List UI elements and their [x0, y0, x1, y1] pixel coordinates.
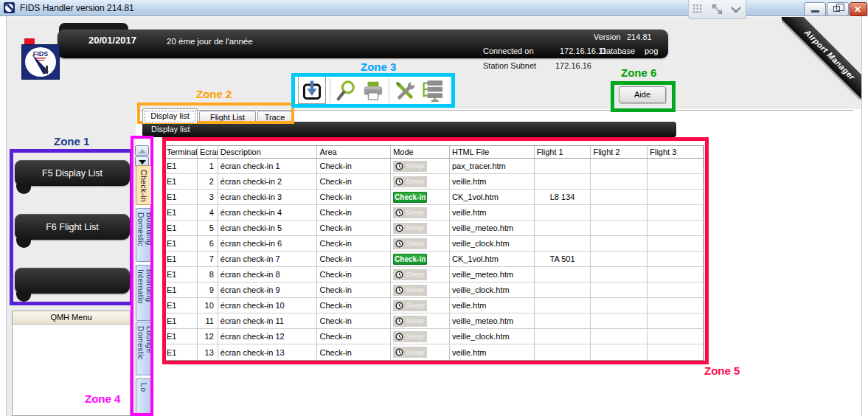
- table-row-ecran-5[interactable]: E15écran checki-in 5Check-inSleepveille_…: [164, 221, 704, 236]
- cell-flight2: [591, 205, 647, 220]
- cell-area: Check-in: [317, 329, 391, 344]
- restore-icon: [833, 6, 840, 12]
- cell-mode: Sleep: [391, 344, 450, 360]
- cell-flight1: [535, 205, 591, 220]
- minimize-button[interactable]: [804, 2, 826, 16]
- sleep-badge-label: Sleep: [406, 205, 424, 220]
- table-row-ecran-13[interactable]: E113écran check-in 13Check-inSleepveille…: [164, 344, 704, 360]
- column-header-html-file[interactable]: HTML File: [450, 146, 535, 158]
- cell-mode: Sleep: [391, 159, 450, 173]
- cell-terminal: E1: [164, 221, 198, 235]
- table-row-ecran-11[interactable]: E111écran check-in 11Check-inSleepveille…: [164, 313, 704, 329]
- search-icon: [335, 80, 357, 102]
- arrow-up-icon: [139, 149, 146, 153]
- cell-terminal: E1: [164, 298, 198, 313]
- station-subnet-value: 172.16.16: [555, 61, 591, 70]
- table-row-ecran-1[interactable]: E11écran check-in 1Check-inSleeppax_trac…: [164, 159, 704, 174]
- table-row-ecran-2[interactable]: E12écran checki-in 2Check-inSleepveille.…: [164, 174, 704, 190]
- cell-mode: Check-in: [391, 252, 450, 266]
- sleep-mode-badge: Sleep: [393, 300, 427, 311]
- cell-flight2: [591, 344, 647, 360]
- column-header-flight-2[interactable]: Flight 2: [591, 146, 647, 158]
- cell-terminal: E1: [164, 236, 198, 251]
- zone-5-label: Zone 5: [704, 364, 740, 377]
- minimize-icon: [811, 10, 819, 13]
- column-header-ecran[interactable]: Ecran: [198, 146, 218, 158]
- table-row-ecran-4[interactable]: E14écran checki-in 4Check-inSleepveille.…: [164, 205, 704, 221]
- cell-html_file: veille.htm: [450, 205, 535, 220]
- table-row-ecran-8[interactable]: E18écran check-in 8Check-inSleepveille_m…: [164, 267, 704, 282]
- cell-ecran: 2: [198, 174, 218, 189]
- cell-flight1: [535, 267, 591, 282]
- cell-flight2: [591, 159, 647, 173]
- cell-mode: Check-in: [391, 190, 450, 204]
- cell-flight3: [647, 267, 704, 282]
- close-button[interactable]: ✕: [850, 2, 867, 16]
- grid-handle-icon[interactable]: [692, 4, 704, 15]
- fids-logo: FIDS: [21, 44, 60, 80]
- table-row-ecran-7[interactable]: E17écran check-in 7Check-inCheck-inCK_1v…: [164, 252, 704, 267]
- sidebar-button-blank[interactable]: [15, 268, 130, 294]
- help-button[interactable]: Aide: [619, 86, 666, 103]
- vertical-tab-boarding-domestic[interactable]: Boarding Domestic: [136, 208, 151, 262]
- version-label: Version: [594, 32, 621, 41]
- cell-area: Check-in: [317, 267, 391, 282]
- station-subnet-label: Station Subnet: [483, 61, 536, 70]
- vertical-tab-label: Boarding Domestic: [136, 212, 154, 261]
- tab-label: Trace: [265, 113, 285, 122]
- cell-flight3: [647, 159, 704, 173]
- column-header-area[interactable]: Area: [317, 146, 391, 158]
- capture-overlay-toolbar: [688, 0, 746, 19]
- connected-label: Connected on: [483, 46, 534, 55]
- vertical-tabs-scroll-up[interactable]: [135, 145, 149, 156]
- cell-description: écran check-in 12: [218, 329, 318, 344]
- column-header-mode[interactable]: Mode: [391, 146, 450, 158]
- sleep-mode-badge: Sleep: [393, 331, 427, 342]
- table-row-ecran-6[interactable]: E16écran checki-in 6Check-inSleepveille_…: [164, 236, 704, 252]
- search-button[interactable]: [333, 78, 358, 103]
- current-date: 20/01/2017: [88, 35, 136, 46]
- column-header-description[interactable]: Description: [218, 146, 318, 158]
- cell-flight1: [535, 159, 591, 173]
- sidebar-button-f6-flight-list[interactable]: F6 Flight List: [15, 214, 130, 240]
- table-row-ecran-12[interactable]: E112écran check-in 12Check-inSleepveille…: [164, 329, 704, 344]
- cell-terminal: E1: [164, 190, 198, 204]
- column-header-terminal[interactable]: Terminal: [164, 146, 198, 158]
- ribbon-container: Airport Manager: [782, 17, 861, 100]
- column-header-flight-1[interactable]: Flight 1: [535, 146, 591, 158]
- expand-icon[interactable]: [711, 3, 723, 15]
- import-button[interactable]: [298, 76, 326, 104]
- servers-button[interactable]: [419, 78, 444, 103]
- table-row-ecran-3[interactable]: E13écran checki-in 3Check-inCheck-inCK_1…: [164, 190, 704, 205]
- cell-flight2: [591, 221, 647, 235]
- tab-display-list[interactable]: Display list: [142, 108, 198, 123]
- cell-area: Check-in: [317, 174, 391, 189]
- day-of-year: 20 ème jour de l'année: [167, 37, 253, 46]
- tools-button[interactable]: [392, 78, 417, 103]
- restore-button[interactable]: [827, 2, 849, 16]
- clock-icon: [395, 178, 403, 186]
- cell-area: Check-in: [317, 282, 391, 297]
- vertical-tab-check-in[interactable]: Check-in: [136, 165, 151, 205]
- clock-icon: [395, 224, 403, 232]
- vertical-tab-boarding-internatio[interactable]: Boarding Internatio: [136, 265, 151, 321]
- cell-flight3: [647, 190, 704, 204]
- column-header-flight-3[interactable]: Flight 3: [647, 146, 704, 158]
- vertical-tab-lo[interactable]: Lo: [136, 378, 151, 416]
- cell-flight1: [535, 344, 591, 360]
- cell-flight3: [647, 205, 704, 220]
- close-icon: ✕: [854, 4, 861, 15]
- cell-html_file: pax_tracer.htm: [450, 159, 535, 173]
- airport-manager-ribbon: Airport Manager: [782, 17, 861, 100]
- vertical-tab-lounge-domestic[interactable]: Lounge Domestic: [136, 322, 151, 375]
- sidebar-button-f5-display-list[interactable]: F5 Display List: [15, 160, 130, 186]
- chevron-down-icon[interactable]: [730, 5, 742, 14]
- cell-flight2: [591, 329, 647, 344]
- print-button[interactable]: [361, 78, 386, 103]
- cell-area: Check-in: [317, 221, 391, 235]
- table-row-ecran-10[interactable]: E110écran check-in 10Check-inSleepveille…: [164, 298, 704, 313]
- vertical-tab-label: Boarding Internatio: [136, 269, 154, 320]
- tab-label: Flight List: [210, 113, 245, 122]
- table-row-ecran-9[interactable]: E19écran check-in 9Check-inSleepveille_c…: [164, 282, 704, 298]
- cell-flight1: [535, 298, 591, 313]
